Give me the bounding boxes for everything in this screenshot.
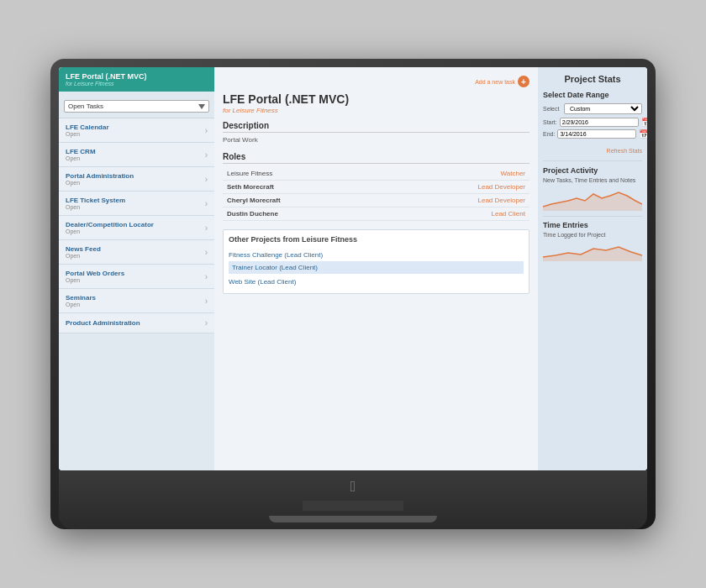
chevron-right-icon: › [205, 175, 208, 184]
role-value: Lead Client [384, 207, 530, 221]
role-value: Lead Developer [384, 194, 530, 207]
project-title: LFE Portal (.NET MVC) [223, 92, 530, 106]
sidebar-item-product-admin[interactable]: Product Administration › [59, 313, 214, 333]
time-entries-title: Time Entries [543, 221, 642, 229]
role-name: Seth Morecraft [223, 181, 384, 194]
start-date-input[interactable] [560, 118, 639, 127]
app-container: LFE Portal (.NET MVC) for Leisure Fitnes… [59, 67, 647, 470]
project-link-trainer[interactable]: Trainer Locator (Lead Client) [229, 261, 524, 274]
time-entries-subtitle: Time Logged for Project [543, 232, 642, 238]
table-row: Seth Morecraft Lead Developer [223, 181, 530, 194]
description-text: Portal Work [223, 136, 530, 144]
time-entries-chart [543, 240, 642, 261]
chevron-right-icon: › [205, 318, 208, 328]
roles-table: Leisure Fitness Watcher Seth Morecraft L… [223, 167, 530, 221]
sidebar-header: LFE Portal (.NET MVC) for Leisure Fitnes… [59, 67, 214, 92]
other-projects-section: Other Projects from Leisure Fitness Fitn… [223, 229, 530, 294]
divider [543, 216, 642, 217]
sidebar-subtitle: for Leisure Fitness [66, 81, 208, 87]
stats-title: Project Stats [543, 74, 642, 84]
description-heading: Description [223, 121, 530, 133]
monitor-stand-bottom [269, 516, 437, 522]
start-label: Start: [543, 119, 557, 125]
role-name: Cheryl Morecraft [223, 194, 384, 207]
monitor: LFE Portal (.NET MVC) for Leisure Fitnes… [50, 59, 656, 529]
sidebar-item-portal-admin[interactable]: Portal Administration Open › [59, 167, 214, 192]
date-select-row: Select Custom This Week This Month Last … [543, 103, 642, 114]
add-task-label: Add a new task [475, 79, 515, 85]
table-row: Cheryl Morecraft Lead Developer [223, 194, 530, 207]
sidebar-title: LFE Portal (.NET MVC) [66, 72, 208, 81]
activity-chart [543, 186, 642, 211]
sidebar-item-portal-orders[interactable]: Portal Web Orders Open › [59, 265, 214, 289]
monitor-bottom:  [59, 470, 647, 529]
main-content: Add a new task + LFE Portal (.NET MVC) f… [214, 67, 538, 470]
sidebar-item-news-feed[interactable]: News Feed Open › [59, 240, 214, 265]
role-name: Leisure Fitness [223, 167, 384, 181]
project-link-website[interactable]: Web Site (Lead Client) [229, 276, 524, 288]
select-label: Select [543, 106, 561, 112]
add-task-button[interactable]: Add a new task + [475, 76, 530, 87]
apple-logo-icon:  [350, 478, 356, 496]
date-range-title: Select Date Range [543, 91, 642, 99]
role-name: Dustin Duchene [223, 207, 384, 221]
tasks-filter-select[interactable]: Open Tasks All Tasks Closed Tasks [64, 100, 209, 113]
role-value: Lead Developer [384, 181, 530, 194]
chevron-right-icon: › [205, 248, 208, 257]
roles-heading: Roles [223, 152, 530, 164]
divider [543, 160, 642, 161]
end-label: End: [543, 131, 555, 137]
table-row: Dustin Duchene Lead Client [223, 207, 530, 221]
sidebar-item-lfe-calendar[interactable]: LFE Calendar Open › [59, 118, 214, 143]
other-projects-heading: Other Projects from Leisure Fitness [229, 235, 524, 244]
sidebar-item-lfe-ticket[interactable]: LFE Ticket System Open › [59, 192, 214, 216]
right-sidebar: Project Stats Select Date Range Select C… [538, 67, 647, 470]
screen: LFE Portal (.NET MVC) for Leisure Fitnes… [59, 67, 647, 470]
chevron-right-icon: › [205, 126, 208, 135]
end-date-row: End: 📅 [543, 129, 642, 139]
activity-title: Project Activity [543, 166, 642, 175]
svg-marker-0 [543, 192, 642, 211]
task-header: Add a new task + [223, 76, 530, 87]
sidebar-item-dealer-locator[interactable]: Dealer/Competition Locator Open › [59, 216, 214, 240]
end-date-input[interactable] [557, 129, 636, 139]
calendar-icon[interactable]: 📅 [639, 129, 647, 139]
date-range-select[interactable]: Custom This Week This Month Last Month [564, 103, 642, 114]
chevron-right-icon: › [205, 199, 208, 208]
chevron-right-icon: › [205, 297, 208, 306]
sidebar-filter[interactable]: Open Tasks All Tasks Closed Tasks [59, 92, 214, 118]
monitor-wrapper: LFE Portal (.NET MVC) for Leisure Fitnes… [50, 59, 656, 529]
calendar-icon[interactable]: 📅 [641, 118, 647, 127]
role-value: Watcher [384, 167, 530, 181]
project-link-fitness[interactable]: Fitness Challenge (Lead Client) [229, 249, 524, 261]
start-date-row: Start: 📅 [543, 118, 642, 127]
sidebar-item-seminars[interactable]: Seminars Open › [59, 289, 214, 313]
chevron-right-icon: › [205, 150, 208, 160]
chevron-right-icon: › [205, 223, 208, 233]
monitor-stand-top [303, 501, 403, 511]
chevron-right-icon: › [205, 272, 208, 281]
sidebar: LFE Portal (.NET MVC) for Leisure Fitnes… [59, 67, 214, 470]
project-subtitle: for Leisure Fitness [223, 107, 530, 114]
sidebar-item-lfe-crm[interactable]: LFE CRM Open › [59, 143, 214, 167]
svg-marker-1 [543, 247, 642, 261]
refresh-stats-button[interactable]: Refresh Stats [543, 146, 642, 155]
table-row: Leisure Fitness Watcher [223, 167, 530, 181]
add-icon: + [518, 76, 530, 87]
activity-subtitle: New Tasks, Time Entries and Notes [543, 177, 642, 183]
